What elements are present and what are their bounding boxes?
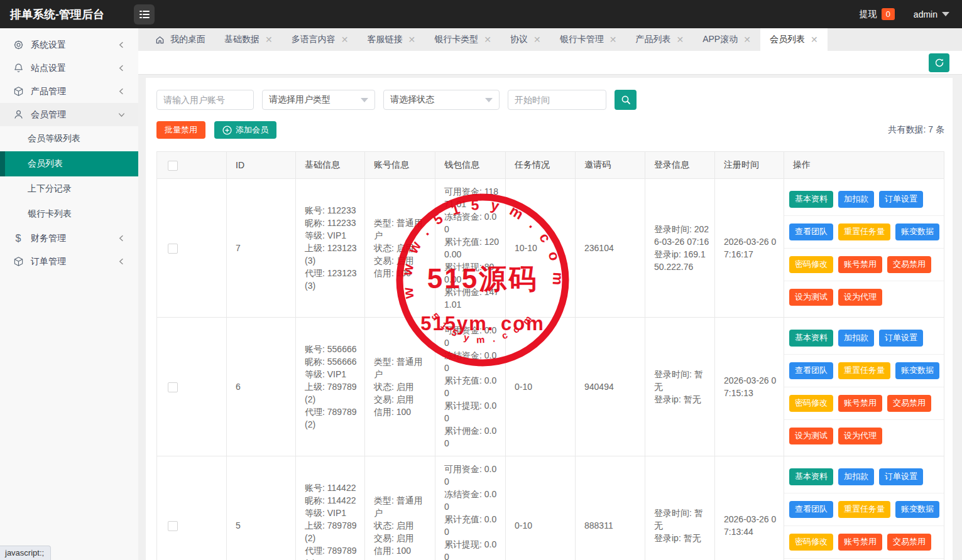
change-password-button[interactable]: 密码修改 (789, 256, 833, 273)
set-test-button[interactable]: 设为测试 (789, 428, 833, 444)
tab-close-icon[interactable]: ✕ (484, 35, 491, 45)
sidebar-item-finance-management[interactable]: $财务管理 (0, 227, 138, 250)
disable-trade-button[interactable]: 交易禁用 (887, 256, 931, 273)
select-all-checkbox[interactable] (168, 161, 178, 171)
account-info-cell: 类型: 普通用户状态: 启用交易: 启用信用: 100 (365, 318, 435, 456)
tab-my-desktop[interactable]: 我的桌面 (146, 28, 215, 51)
disable-trade-button[interactable]: 交易禁用 (887, 534, 931, 551)
member-row: 7账号: 112233昵称: 112233等级: VIP1上级: 123123(… (157, 179, 944, 318)
balance-log-button[interactable]: 账变数据 (895, 501, 939, 518)
start-time-input[interactable] (508, 90, 606, 110)
tab-close-icon[interactable]: ✕ (676, 35, 684, 45)
sidebar-item-member-list[interactable]: 会员列表 (0, 151, 138, 176)
field-line: 状态: 启用 (374, 242, 430, 254)
adjust-balance-button[interactable]: 加扣款 (838, 330, 874, 347)
reset-tasks-button[interactable]: 重置任务量 (838, 501, 890, 518)
login-info-cell: 登录时间: 2026-03-26 07:16登录ip: 169.150.222.… (645, 179, 715, 318)
order-settings-button[interactable]: 订单设置 (879, 468, 923, 485)
adjust-balance-button[interactable]: 加扣款 (838, 468, 874, 485)
refresh-button[interactable] (929, 53, 949, 72)
change-password-button[interactable]: 密码修改 (789, 395, 833, 412)
tab-customer-service[interactable]: 客服链接✕ (358, 28, 425, 51)
tab-bankcard-management-label: 银行卡管理 (560, 34, 604, 45)
set-agent-button[interactable]: 设为代理 (838, 289, 882, 306)
column-header-1: ID (227, 152, 296, 179)
row-checkbox[interactable] (168, 382, 178, 392)
member-id-cell: 7 (227, 179, 296, 318)
account-search-input[interactable] (156, 90, 254, 110)
hamburger-menu-button[interactable] (134, 4, 155, 24)
batch-disable-button[interactable]: 批量禁用 (156, 121, 205, 139)
balance-log-button[interactable]: 账变数据 (895, 223, 939, 240)
profile-button[interactable]: 基本资料 (789, 191, 833, 208)
user-type-select[interactable]: 请选择用户类型 (262, 90, 375, 110)
tab-bar: 我的桌面基础数据✕多语言内容✕客服链接✕银行卡类型✕协议✕银行卡管理✕产品列表✕… (138, 28, 962, 51)
profile-button[interactable]: 基本资料 (789, 330, 833, 347)
sidebar-item-member-level-list[interactable]: 会员等级列表 (0, 126, 138, 151)
sidebar-item-system-settings[interactable]: 系统设置 (0, 33, 138, 57)
sidebar-item-member-management[interactable]: 会员管理 (0, 103, 138, 126)
tab-close-icon[interactable]: ✕ (341, 35, 349, 45)
set-agent-button[interactable]: 设为代理 (838, 428, 882, 444)
sidebar-item-product-management[interactable]: 产品管理 (0, 80, 138, 103)
tab-close-icon[interactable]: ✕ (811, 35, 818, 45)
balance-log-button[interactable]: 账变数据 (895, 362, 939, 379)
tab-bankcard-type[interactable]: 银行卡类型✕ (425, 28, 501, 51)
disable-trade-button[interactable]: 交易禁用 (887, 395, 931, 412)
tab-agreement[interactable]: 协议✕ (501, 28, 550, 51)
disable-account-button[interactable]: 账号禁用 (838, 256, 882, 273)
disable-account-button[interactable]: 账号禁用 (838, 534, 882, 551)
view-team-button[interactable]: 查看团队 (789, 223, 833, 240)
search-button[interactable] (615, 90, 637, 110)
member-id-cell: 5 (227, 456, 296, 560)
withdraw-link[interactable]: 提现 0 (860, 8, 895, 20)
reset-tasks-button[interactable]: 重置任务量 (838, 223, 890, 240)
field-line: 登录时间: 2026-03-26 07:16 (654, 223, 709, 248)
sidebar-item-order-management[interactable]: 订单管理 (0, 250, 138, 273)
reset-tasks-button[interactable]: 重置任务量 (838, 362, 890, 379)
set-test-button[interactable]: 设为测试 (789, 289, 833, 306)
tab-app-scroll[interactable]: APP滚动✕ (693, 28, 760, 51)
tab-close-icon[interactable]: ✕ (609, 35, 617, 45)
add-member-label: 添加会员 (236, 124, 268, 136)
field-line: 累计充值: 1200.00 (444, 235, 500, 261)
change-password-button[interactable]: 密码修改 (789, 534, 833, 551)
disable-account-button[interactable]: 账号禁用 (838, 395, 882, 412)
tab-bankcard-management[interactable]: 银行卡管理✕ (550, 28, 626, 51)
sidebar-item-site-settings[interactable]: 站点设置 (0, 57, 138, 80)
action-button-group: 基本资料加扣款订单设置 (784, 322, 944, 354)
account-info-cell: 类型: 普通用户状态: 启用交易: 启用信用: 100 (365, 179, 435, 318)
tab-close-icon[interactable]: ✕ (265, 35, 273, 45)
field-line: 累计佣金: 0.00 (444, 424, 500, 450)
order-settings-button[interactable]: 订单设置 (879, 191, 923, 208)
column-header-3: 账号信息 (365, 152, 435, 179)
tab-close-icon[interactable]: ✕ (743, 35, 751, 45)
order-settings-button[interactable]: 订单设置 (879, 330, 923, 347)
tab-multilanguage[interactable]: 多语言内容✕ (282, 28, 358, 51)
user-menu[interactable]: admin (914, 9, 949, 19)
field-line: 代理: 789789(2) (305, 544, 359, 560)
sidebar-item-bankcard-list[interactable]: 银行卡列表 (0, 202, 138, 227)
view-team-button[interactable]: 查看团队 (789, 501, 833, 518)
tab-product-list[interactable]: 产品列表✕ (626, 28, 693, 51)
row-checkbox[interactable] (168, 244, 178, 254)
status-select[interactable]: 请选择状态 (383, 90, 500, 110)
field-line: 等级: VIP1 (305, 368, 359, 380)
tab-basic-data[interactable]: 基础数据✕ (215, 28, 282, 51)
adjust-balance-button[interactable]: 加扣款 (838, 191, 874, 208)
row-select-cell (157, 456, 227, 560)
field-line: 登录ip: 暂无 (654, 532, 709, 544)
sidebar-item-updown-records[interactable]: 上下分记录 (0, 176, 138, 202)
row-checkbox[interactable] (168, 521, 178, 531)
tab-close-icon[interactable]: ✕ (408, 35, 415, 45)
action-button-group: 查看团队重置任务量账变数据 (784, 215, 944, 248)
cube-icon (13, 256, 24, 267)
view-team-button[interactable]: 查看团队 (789, 362, 833, 379)
tab-customer-service-label: 客服链接 (367, 34, 402, 45)
tab-member-list[interactable]: 会员列表✕ (760, 28, 828, 51)
profile-button[interactable]: 基本资料 (789, 468, 833, 485)
tab-agreement-label: 协议 (510, 34, 528, 45)
tab-close-icon[interactable]: ✕ (533, 35, 541, 45)
add-member-button[interactable]: 添加会员 (214, 121, 276, 139)
column-header-label: ID (236, 160, 244, 170)
